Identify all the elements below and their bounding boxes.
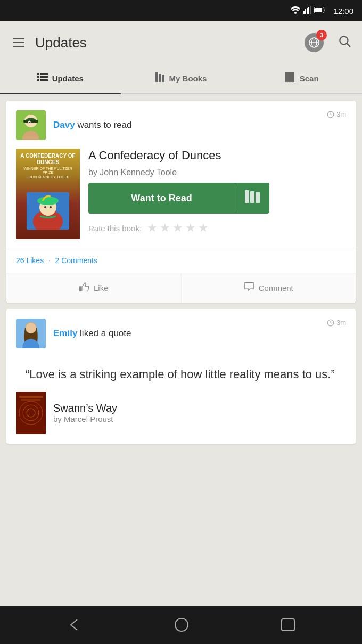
thumbs-up-icon (79, 282, 89, 294)
comment-button-1[interactable]: Comment (182, 273, 356, 303)
book-cover-swanns-way[interactable] (16, 392, 46, 434)
nav-back-button[interactable] (67, 617, 83, 633)
book-cover-graphic (24, 181, 72, 235)
card-header-1: A Davy wants to read (16, 110, 346, 140)
book-mini-title[interactable]: Swann’s Way (53, 402, 117, 414)
avatar-emily[interactable] (16, 319, 46, 348)
svg-rect-44 (250, 191, 254, 203)
rating-section: Rate this book: ★ ★ ★ ★ ★ (88, 221, 346, 235)
star-5[interactable]: ★ (198, 221, 209, 235)
comment-label-1: Comment (259, 283, 293, 292)
want-to-read-button[interactable]: Want to Read (88, 183, 269, 214)
svg-point-0 (294, 12, 297, 14)
svg-rect-23 (162, 75, 164, 82)
notification-badge: 3 (316, 30, 327, 40)
svg-rect-1 (303, 11, 305, 14)
app-title: Updates (35, 35, 296, 51)
svg-rect-55 (19, 396, 43, 398)
action-verb-1: wants to read (77, 120, 131, 130)
svg-rect-45 (256, 192, 260, 203)
wifi-icon (291, 6, 300, 15)
tab-scan[interactable]: Scan (241, 64, 362, 93)
like-button-1[interactable]: Like (6, 273, 182, 303)
svg-point-42 (50, 206, 52, 208)
status-icons: 12:00 (291, 6, 353, 15)
book-cover-dunces[interactable]: A Confederacy ofDUNCES WINNER OF THE PUL… (16, 149, 80, 239)
svg-rect-20 (40, 79, 48, 81)
nav-home-button[interactable] (174, 617, 190, 633)
svg-rect-22 (159, 74, 161, 82)
star-rating[interactable]: ★ ★ ★ ★ ★ (147, 221, 209, 235)
svg-rect-56 (21, 399, 40, 401)
activity-text-2: Emily liked a quote (53, 328, 131, 339)
book-mini-author: by Marcel Proust (53, 414, 117, 423)
svg-rect-2 (305, 9, 306, 14)
want-to-read-books-icon[interactable] (235, 183, 269, 214)
svg-rect-27 (289, 72, 290, 82)
nav-recents-button[interactable] (281, 618, 295, 632)
likes-dot-1: · (48, 256, 53, 265)
app-bar: Updates 3 (0, 21, 362, 64)
search-button[interactable] (338, 34, 351, 52)
card-header-left-2: Emily liked a quote (16, 319, 131, 348)
status-bar: 12:00 (0, 0, 362, 21)
battery-icon (314, 7, 326, 15)
svg-rect-5 (310, 6, 311, 14)
book-mini-info: Swann’s Way by Marcel Proust (53, 402, 117, 423)
tab-updates[interactable]: Updates (0, 64, 121, 93)
activity-text-1: Davy wants to read (53, 120, 131, 131)
svg-rect-21 (155, 72, 158, 82)
signal-icon (303, 6, 311, 15)
likes-bar-1: 26 Likes · 2 Comments (6, 248, 356, 273)
bottom-nav (0, 606, 362, 644)
tab-my-books[interactable]: My Books (121, 64, 242, 93)
book-title-1[interactable]: A Confederacy of Dunces (88, 149, 346, 162)
book-cover-author-small: JOHN KENNEDY TOOLE (27, 175, 69, 179)
hamburger-line (13, 38, 24, 39)
updates-tab-label: Updates (52, 74, 84, 83)
star-3[interactable]: ★ (172, 221, 183, 235)
card-body-1: A Davy wants to read (6, 101, 356, 239)
card-header-left-1: A Davy wants to read (16, 110, 131, 140)
avatar-emily-image (16, 319, 46, 348)
scan-tab-icon (285, 72, 295, 85)
username-davy[interactable]: Davy (53, 120, 75, 130)
star-4[interactable]: ★ (185, 221, 196, 235)
want-to-read-label: Want to Read (88, 185, 235, 211)
status-time: 12:00 (333, 6, 353, 15)
book-cover-prize: WINNER OF THE PULITZER PRIZE (19, 167, 77, 174)
avatar-davy[interactable]: A (16, 110, 46, 140)
username-emily[interactable]: Emily (53, 328, 77, 338)
svg-rect-58 (282, 619, 294, 631)
svg-rect-18 (40, 76, 48, 78)
svg-rect-19 (37, 79, 39, 81)
card-time-1: 3m (327, 110, 346, 118)
star-1[interactable]: ★ (147, 221, 158, 235)
update-card-1: A Davy wants to read (6, 101, 356, 303)
tab-bar: Updates My Books Scan (0, 64, 362, 94)
svg-rect-16 (40, 73, 48, 75)
my-books-tab-label: My Books (169, 74, 207, 83)
svg-rect-24 (285, 72, 286, 82)
svg-rect-3 (307, 8, 308, 14)
hamburger-line (13, 42, 24, 43)
svg-rect-25 (286, 72, 287, 82)
book-section-1: A Confederacy ofDUNCES WINNER OF THE PUL… (16, 149, 346, 239)
hamburger-button[interactable] (11, 36, 27, 49)
svg-point-41 (44, 206, 46, 208)
hamburger-line (13, 46, 24, 47)
avatar-davy-image: A (16, 110, 46, 140)
notifications-button[interactable]: 3 (305, 33, 324, 52)
svg-point-40 (37, 197, 59, 205)
book-cover-dunces-art: A Confederacy ofDUNCES WINNER OF THE PUL… (16, 149, 80, 239)
time-ago-1: 3m (336, 110, 346, 118)
svg-rect-7 (315, 8, 322, 12)
star-2[interactable]: ★ (160, 221, 170, 235)
time-ago-2: 3m (336, 319, 346, 327)
likes-count-1[interactable]: 26 Likes (16, 256, 44, 265)
book-mini-section: Swann’s Way by Marcel Proust (6, 392, 356, 444)
comments-count-1[interactable]: 2 Comments (55, 256, 97, 265)
card-time-2: 3m (327, 319, 346, 327)
card-body-2: Emily liked a quote 3m “Love is a striki… (6, 309, 356, 392)
book-author-1: by John Kennedy Toole (88, 168, 346, 177)
